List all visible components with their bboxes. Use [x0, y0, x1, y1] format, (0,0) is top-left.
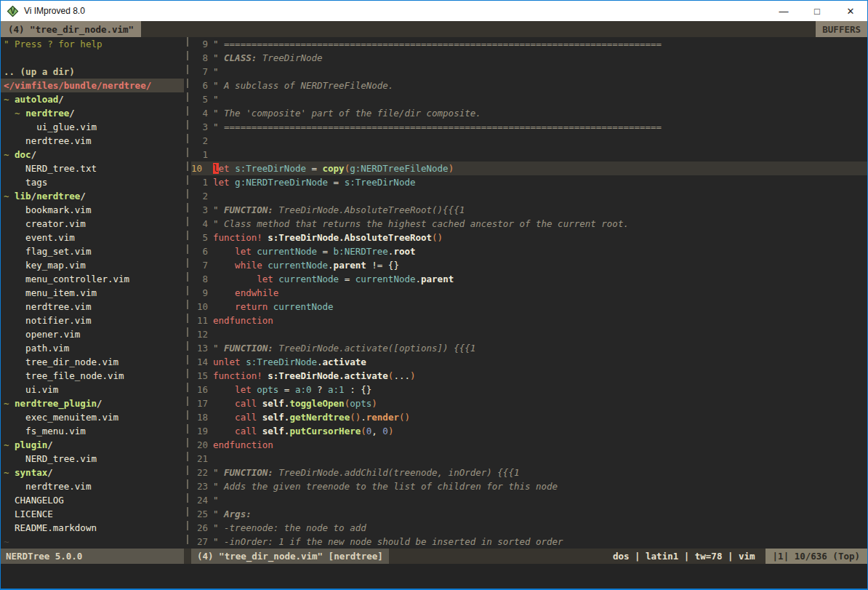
tree-item[interactable]: exec_menuitem.vim	[4, 410, 184, 424]
code-line[interactable]: 13" FUNCTION: TreeDirNode.activate([opti…	[191, 341, 867, 355]
code-line[interactable]: 1	[191, 148, 867, 162]
code-line[interactable]: 14unlet s:TreeDirNode.activate	[191, 355, 867, 369]
text-segment: endfunction	[213, 439, 273, 450]
code-line[interactable]: 17 call self.toggleOpen(opts)	[191, 396, 867, 410]
tree-item[interactable]: ~ doc/	[4, 148, 184, 162]
code-line[interactable]: 4" Class method that returns the highest…	[191, 217, 867, 231]
tree-item[interactable]: flag_set.vim	[4, 244, 184, 258]
tree-item[interactable]: tree_file_node.vim	[4, 369, 184, 383]
maximize-button[interactable]: □	[800, 1, 834, 21]
text-segment: currentNode	[273, 301, 334, 312]
tree-item[interactable]: README.markdown	[4, 521, 184, 535]
text-segment: menu_controller.vim	[4, 274, 129, 284]
line-number: 12	[191, 327, 208, 341]
tree-item[interactable]: LICENCE	[4, 507, 184, 521]
code-line[interactable]: 27" -inOrder: 1 if the new node should b…	[191, 535, 867, 549]
tree-item[interactable]: path.vim	[4, 341, 184, 355]
text-segment: b:NERDTree	[334, 246, 388, 257]
code-line[interactable]: 19 call self.putCursorHere(0, 0)	[191, 424, 867, 438]
tree-item[interactable]: ui_glue.vim	[4, 120, 184, 134]
vertical-split-separator[interactable]	[184, 37, 191, 549]
code-line[interactable]: 10let s:TreeDirNode = copy(g:NERDTreeFil…	[191, 162, 867, 175]
code-line[interactable]: 9 endwhile	[191, 286, 867, 300]
code-line[interactable]: 15function! s:TreeDirNode.activate(...)	[191, 369, 867, 383]
window-controls: — □ ✕	[767, 1, 867, 21]
tree-item[interactable]: ~ autoload/	[4, 92, 184, 106]
text-segment: " ======================================…	[213, 39, 662, 49]
code-line[interactable]: 18 call self.getNerdtree().render()	[191, 410, 867, 424]
tree-item[interactable]: nerdtree.vim	[4, 300, 184, 314]
code-line[interactable]: 8 let currentNode = currentNode.parent	[191, 272, 867, 286]
titlebar[interactable]: V Vi IMproved 8.0 — □ ✕	[1, 1, 867, 21]
text-segment: "	[213, 509, 224, 519]
code-line[interactable]: 2	[191, 134, 867, 148]
code-line[interactable]: 10 return currentNode	[191, 300, 867, 314]
code-line[interactable]: 16 let opts = a:0 ? a:1 : {}	[191, 383, 867, 396]
code-line[interactable]: 3" FUNCTION: TreeDirNode.AbsoluteTreeRoo…	[191, 203, 867, 217]
text-segment: syntax	[15, 467, 47, 478]
code-line[interactable]: 9" =====================================…	[191, 37, 867, 51]
text-segment	[213, 301, 235, 312]
tree-item[interactable]: ~ nerdtree/	[4, 106, 184, 120]
tree-item[interactable]: nerdtree.vim	[4, 134, 184, 148]
text-segment: let	[213, 177, 230, 188]
tree-item[interactable]: ~ nerdtree_plugin/	[4, 396, 184, 410]
tree-item[interactable]: nerdtree.vim	[4, 479, 184, 493]
tree-item[interactable]: bookmark.vim	[4, 203, 184, 217]
code-line[interactable]: 21	[191, 452, 867, 466]
tree-item[interactable]: NERD_tree.txt	[4, 162, 184, 175]
line-number: 20	[191, 438, 208, 452]
tree-item[interactable]: " Press ? for help	[4, 37, 184, 51]
code-line[interactable]: 23" Adds the given treenode to the list …	[191, 479, 867, 493]
text-segment: currentNode	[355, 274, 416, 284]
tree-item[interactable]: creator.vim	[4, 217, 184, 231]
code-line[interactable]: 4" The 'composite' part of the file/dir …	[191, 106, 867, 120]
code-line[interactable]: 25" Args:	[191, 507, 867, 521]
tree-item[interactable]: </vimfiles/bundle/nerdtree/	[1, 79, 184, 92]
tree-item[interactable]	[4, 51, 184, 65]
code-line[interactable]: 20endfunction	[191, 438, 867, 452]
tree-item[interactable]: ~	[4, 535, 184, 549]
text-segment: exec_menuitem.vim	[4, 412, 118, 423]
code-line[interactable]: 3" =====================================…	[191, 120, 867, 134]
code-line[interactable]: 7 while currentNode.parent != {}	[191, 258, 867, 272]
text-segment: =	[278, 384, 295, 395]
tree-item[interactable]: event.vim	[4, 231, 184, 244]
code-line[interactable]: 1let g:NERDTreeDirNode = s:TreeDirNode	[191, 175, 867, 189]
code-line[interactable]: 6 let currentNode = b:NERDTree.root	[191, 244, 867, 258]
code-line[interactable]: 11endfunction	[191, 314, 867, 327]
code-line[interactable]: 22" FUNCTION: TreeDirNode.addChild(treen…	[191, 466, 867, 479]
tab-tree-dir-node[interactable]: (4) "tree_dir_node.vim"	[1, 21, 141, 37]
code-line[interactable]: 26" -treenode: the node to add	[191, 521, 867, 535]
tree-item[interactable]: ~ plugin/	[4, 438, 184, 452]
code-line[interactable]: 7"	[191, 65, 867, 79]
minimize-button[interactable]: —	[767, 1, 800, 21]
text-segment: autoload	[15, 94, 58, 105]
tree-item[interactable]: fs_menu.vim	[4, 424, 184, 438]
tree-item[interactable]: ui.vim	[4, 383, 184, 396]
tree-item[interactable]: .. (up a dir)	[4, 65, 184, 79]
text-segment: " -inOrder: 1 if the new node should be …	[213, 536, 563, 547]
code-line[interactable]: 8" CLASS: TreeDirNode	[191, 51, 867, 65]
line-number: 7	[191, 65, 208, 79]
tree-item[interactable]: opener.vim	[4, 327, 184, 341]
code-line[interactable]: 2	[191, 189, 867, 203]
code-line[interactable]: 24"	[191, 493, 867, 507]
code-line[interactable]: 5"	[191, 92, 867, 106]
tree-item[interactable]: tree_dir_node.vim	[4, 355, 184, 369]
tree-item[interactable]: ~ syntax/	[4, 466, 184, 479]
tree-item[interactable]: menu_item.vim	[4, 286, 184, 300]
tree-item[interactable]: menu_controller.vim	[4, 272, 184, 286]
tree-item[interactable]: ~ lib/nerdtree/	[4, 189, 184, 203]
code-line[interactable]: 5function! s:TreeDirNode.AbsoluteTreeRoo…	[191, 231, 867, 244]
text-segment	[213, 384, 235, 395]
tree-item[interactable]: CHANGELOG	[4, 493, 184, 507]
code-line[interactable]: 12	[191, 327, 867, 341]
tree-item[interactable]: NERD_tree.vim	[4, 452, 184, 466]
text-segment: nerdtree_plugin	[15, 398, 97, 409]
close-button[interactable]: ✕	[834, 1, 867, 21]
tree-item[interactable]: notifier.vim	[4, 314, 184, 327]
tree-item[interactable]: tags	[4, 175, 184, 189]
code-line[interactable]: 6" A subclass of NERDTreeFileNode.	[191, 79, 867, 92]
tree-item[interactable]: key_map.vim	[4, 258, 184, 272]
